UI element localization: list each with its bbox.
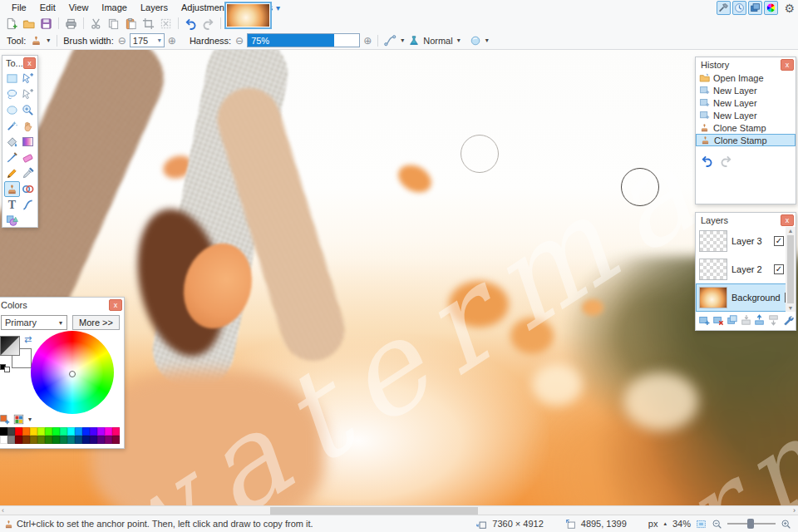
palette-swatch[interactable]: [52, 427, 60, 436]
tool-clone-stamp[interactable]: [4, 181, 20, 197]
palette-swatch[interactable]: [97, 436, 105, 444]
zoom-in-icon[interactable]: [781, 519, 791, 530]
palette-swatch[interactable]: [7, 436, 15, 444]
tool-shapes[interactable]: [4, 213, 20, 229]
menu-image[interactable]: Image: [95, 1, 134, 14]
tool-lasso-select[interactable]: [4, 86, 20, 102]
add-color-icon[interactable]: [0, 414, 10, 425]
duplicate-layer-button[interactable]: [727, 314, 738, 326]
layer-properties-button[interactable]: [782, 314, 794, 326]
palette-dropdown-caret[interactable]: ▾: [28, 416, 32, 423]
hardness-decrease-button[interactable]: ⊖: [235, 36, 244, 46]
tool-paint-bucket[interactable]: [4, 134, 20, 150]
paste-button[interactable]: [123, 16, 139, 31]
tool-dropdown-caret[interactable]: ▾: [47, 37, 50, 44]
deselect-button[interactable]: [158, 16, 174, 31]
palette-swatch[interactable]: [75, 436, 82, 444]
palette-swatch[interactable]: [60, 436, 67, 444]
palette-swatch[interactable]: [0, 436, 7, 444]
selection-quality-dropdown-caret[interactable]: ▾: [485, 37, 489, 44]
open-file-button[interactable]: [21, 16, 37, 31]
copy-button[interactable]: [106, 16, 121, 31]
history-item-selected[interactable]: Clone Stamp: [696, 134, 796, 146]
tool-rectangle-select[interactable]: [4, 71, 20, 86]
more-button[interactable]: More >>: [72, 315, 120, 330]
antialiasing-dropdown-caret[interactable]: ▾: [401, 37, 404, 44]
zoom-slider-track[interactable]: [727, 523, 776, 525]
tool-recolor[interactable]: [20, 181, 36, 197]
zoom-to-window-icon[interactable]: [696, 519, 707, 530]
palette-swatch[interactable]: [82, 436, 90, 444]
layer-row[interactable]: Layer 3 ✓: [696, 227, 796, 255]
history-item[interactable]: New Layer: [696, 96, 796, 109]
scrollbar-thumb[interactable]: [787, 235, 794, 303]
tool-pan[interactable]: [20, 118, 36, 134]
toggle-history-button[interactable]: [732, 1, 746, 15]
layer-visibility-checkbox[interactable]: ✓: [774, 264, 784, 274]
brush-width-decrease-button[interactable]: ⊖: [118, 36, 126, 46]
palette-swatch[interactable]: [105, 427, 112, 436]
zoom-out-icon[interactable]: [712, 519, 722, 530]
history-item[interactable]: Clone Stamp: [696, 121, 796, 134]
history-item[interactable]: New Layer: [696, 84, 796, 96]
blend-mode-value[interactable]: Normal: [423, 36, 452, 46]
swap-colors-icon[interactable]: ⇄: [24, 334, 32, 345]
tool-zoom[interactable]: [20, 102, 36, 118]
save-button[interactable]: [38, 16, 54, 31]
palette-swatch[interactable]: [45, 427, 52, 436]
palette-swatch[interactable]: [112, 427, 120, 436]
palette-swatch[interactable]: [15, 436, 22, 444]
crop-button[interactable]: [140, 16, 156, 31]
layers-scrollbar[interactable]: ▲ ▼: [786, 227, 796, 312]
brush-width-increase-button[interactable]: ⊕: [168, 36, 176, 46]
tool-eraser[interactable]: [20, 150, 36, 165]
toggle-tools-button[interactable]: [717, 1, 731, 15]
redo-button[interactable]: [200, 16, 216, 31]
palette-swatch[interactable]: [22, 427, 30, 436]
palette-swatch[interactable]: [22, 436, 30, 444]
move-layer-down-button[interactable]: [768, 314, 780, 326]
zoom-level-value[interactable]: 34%: [672, 519, 691, 529]
zoom-slider[interactable]: [727, 523, 776, 525]
tool-line-curve[interactable]: [20, 197, 36, 213]
close-icon[interactable]: x: [23, 57, 36, 69]
undo-icon[interactable]: [701, 155, 713, 167]
palette-manager-icon[interactable]: [13, 414, 24, 425]
palette-swatch[interactable]: [15, 427, 22, 436]
menu-layers[interactable]: Layers: [134, 1, 175, 14]
palette-swatch[interactable]: [90, 427, 97, 436]
close-icon[interactable]: x: [781, 59, 794, 71]
palette-swatch[interactable]: [7, 427, 15, 436]
move-layer-up-button[interactable]: [754, 314, 766, 326]
menu-file[interactable]: File: [5, 1, 33, 14]
menu-edit[interactable]: Edit: [33, 1, 62, 14]
tool-gradient[interactable]: [20, 134, 36, 150]
tool-paintbrush[interactable]: [4, 150, 20, 165]
close-icon[interactable]: x: [781, 214, 794, 226]
layer-row-selected[interactable]: Background ✓: [696, 283, 796, 312]
colors-panel-header[interactable]: Colors x: [0, 298, 124, 312]
units-dropdown-caret[interactable]: ▴: [663, 520, 667, 527]
tool-text[interactable]: T: [4, 197, 20, 213]
history-item[interactable]: Open Image: [696, 71, 796, 84]
history-panel-header[interactable]: History x: [696, 57, 796, 71]
undo-button[interactable]: [183, 16, 199, 31]
palette-swatch[interactable]: [105, 436, 112, 444]
scroll-down-icon[interactable]: ▼: [788, 305, 794, 311]
chevron-down-icon[interactable]: ▾: [276, 3, 280, 12]
palette-swatch[interactable]: [37, 427, 45, 436]
color-wheel[interactable]: [31, 331, 114, 414]
tool-magic-wand[interactable]: [4, 118, 20, 134]
cut-button[interactable]: [88, 16, 104, 31]
scroll-up-icon[interactable]: ▲: [788, 228, 794, 234]
clone-stamp-icon[interactable]: [30, 34, 42, 47]
palette-swatch[interactable]: [90, 436, 97, 444]
tool-move-selection[interactable]: [20, 86, 36, 102]
brush-width-input[interactable]: 175 ▾: [130, 33, 165, 47]
tool-pencil[interactable]: [4, 165, 20, 181]
color-mode-select[interactable]: Primary ▾: [1, 315, 67, 330]
tool-ellipse-select[interactable]: [4, 102, 20, 118]
hardness-input[interactable]: 75%: [247, 33, 360, 47]
palette-swatch[interactable]: [75, 427, 82, 436]
print-button[interactable]: [63, 16, 79, 31]
